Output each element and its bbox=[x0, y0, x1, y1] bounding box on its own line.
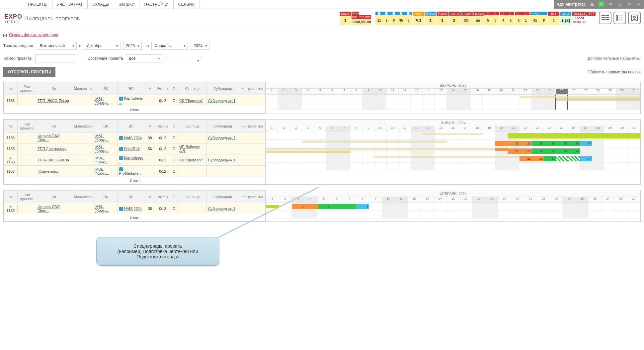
col-header: № bbox=[4, 191, 18, 203]
col-header: Менеджер bbox=[72, 120, 94, 132]
col-header: Менеджер bbox=[72, 82, 94, 95]
status-tiles: Задачи1 Метрики RR10,00 RR20,00 RR30,00 … bbox=[340, 12, 641, 25]
col-header: № bbox=[4, 120, 18, 132]
col-header: Юр лицо bbox=[178, 191, 206, 203]
col-header: Этапы bbox=[155, 82, 170, 95]
table-row[interactable]: 1136Филиал ОАО "Зем...МВЦ "Кроку...iNAIS… bbox=[4, 132, 266, 143]
logo-bot: OFFICE bbox=[3, 20, 23, 24]
month-to-select[interactable]: Февраль bbox=[151, 42, 188, 50]
gantt-row: 21222324252627 bbox=[266, 140, 640, 147]
menu-projects[interactable]: ПРОЕКТЫ bbox=[23, 0, 52, 9]
layout-icon[interactable]: ▦ bbox=[589, 1, 595, 7]
callout: Спецпериоды проекта (например, Подготовк… bbox=[96, 237, 219, 266]
filter-submit-button[interactable]: ОТОБРАТЬ ПРОЕКТЫ bbox=[3, 67, 55, 77]
year-to-select[interactable]: 2024 bbox=[191, 42, 209, 50]
chat-icon[interactable]: 64 bbox=[598, 1, 604, 7]
view-grid-icon[interactable] bbox=[599, 12, 611, 24]
menu-stock[interactable]: СКЛАДЫ bbox=[88, 0, 114, 9]
tile-author[interactable]: Автор✎1 bbox=[413, 12, 424, 25]
mail-icon[interactable]: ✉ bbox=[607, 1, 613, 7]
view-person-icon[interactable] bbox=[628, 12, 641, 24]
tile-metrics[interactable]: Метрики RR10,00 RR20,00 RR30,00 bbox=[352, 12, 375, 25]
date-badge: 107 bbox=[587, 12, 596, 16]
gantt-row bbox=[266, 132, 640, 140]
tile-date[interactable]: 25.12.23 15:24 Всего: 11 bbox=[572, 12, 587, 25]
gantt-row: 358 bbox=[266, 203, 640, 211]
page-title: Календарь проектов bbox=[25, 15, 80, 22]
tile-stock[interactable]: Склад: MIN41 9 bbox=[530, 12, 547, 25]
exit-icon[interactable]: ⎋ bbox=[635, 1, 641, 7]
svg-rect-3 bbox=[606, 15, 608, 16]
state-select[interactable]: Все bbox=[126, 54, 162, 62]
year-from-select[interactable]: 2023 bbox=[123, 42, 142, 50]
tile-exs[interactable]: ExS1 bbox=[548, 12, 559, 25]
col-header: ВС bbox=[118, 191, 145, 203]
table-row[interactable]: + 1138ТПП- ЭКСО-ПензаМВЦ "Кроку...iКарто… bbox=[4, 154, 266, 166]
menu-requests[interactable]: ЗАЯВКИ bbox=[114, 0, 140, 9]
menu-service[interactable]: СЕРВИС bbox=[174, 0, 200, 9]
svg-point-10 bbox=[617, 20, 618, 21]
svg-rect-0 bbox=[602, 15, 604, 16]
extra-params-link[interactable]: Дополнительные параметры bbox=[588, 56, 641, 61]
tile-review[interactable]: Ревью1 bbox=[437, 12, 448, 25]
tile-projects[interactable]: Проекты☰ bbox=[472, 12, 484, 25]
tile-requests3[interactable]: 🛒6 🛒1 bbox=[515, 12, 529, 25]
col-header: М bbox=[145, 82, 155, 95]
menu-costs[interactable]: УЧЁТ ЗАТРАТ bbox=[52, 0, 88, 9]
gear-icon[interactable]: ⚙ bbox=[626, 1, 632, 7]
col-header: ВК bbox=[94, 191, 118, 203]
col-header: М bbox=[145, 191, 155, 203]
col-header: С bbox=[170, 120, 178, 132]
table-row[interactable]: 1137ЮзаметриксМВЦ "Кроку...iProMediaTe..… bbox=[4, 166, 266, 177]
collapse-caret-icon[interactable]: ▲ bbox=[3, 34, 7, 37]
tile-requests[interactable]: 🛒5 🛒0 bbox=[484, 12, 499, 25]
gantt-row bbox=[266, 95, 640, 102]
tile-author2[interactable]: ☑Автор1 bbox=[425, 12, 436, 25]
tile-rates[interactable]: Ставки20 bbox=[460, 12, 472, 25]
svg-line-14 bbox=[212, 187, 319, 240]
svg-point-13 bbox=[633, 16, 635, 18]
admin-block: Администратор ▦ 64 ✉ ⚇ ⚙ ⎋ bbox=[554, 0, 644, 9]
filter-type-label: Типа календаря: bbox=[3, 44, 34, 48]
from-label: с bbox=[79, 44, 81, 48]
col-header: М bbox=[145, 120, 155, 132]
col-header: Кл bbox=[36, 120, 72, 132]
gantt-row bbox=[266, 211, 640, 218]
col-header: Тип проекта bbox=[17, 120, 36, 132]
svg-point-6 bbox=[617, 16, 618, 17]
table-row[interactable]: 1138ТПП- ЭКСО-ПензаМВЦ "Кроку...iКартофе… bbox=[4, 95, 266, 106]
users-icon[interactable]: ⚇ bbox=[617, 1, 623, 7]
reset-link[interactable]: Сбросить параметры поиска bbox=[588, 70, 641, 74]
col-header: № bbox=[4, 82, 18, 95]
project-num-input[interactable] bbox=[35, 54, 75, 62]
col-header: Юр лицо bbox=[178, 82, 206, 95]
logo-top: EXPO bbox=[3, 13, 23, 20]
col-header: Контрагенты bbox=[239, 120, 266, 132]
tile-visas[interactable]: 📄11 📄9 📄8 📄35 📄3 bbox=[375, 12, 412, 25]
col-header: ВК bbox=[94, 82, 118, 95]
col-header: Контрагенты bbox=[239, 82, 266, 95]
table-row[interactable]: 1135ТПП ДзержинскаМВЦ "Кроку...iDairyTec… bbox=[4, 143, 266, 154]
tile-gdoc[interactable]: GDoc1 (3) bbox=[560, 12, 571, 25]
main-menu: ПРОЕКТЫ УЧЁТ ЗАТРАТ СКЛАДЫ ЗАЯВКИ НАСТРО… bbox=[23, 0, 200, 9]
extra-select[interactable] bbox=[165, 57, 201, 60]
col-header: С bbox=[170, 191, 178, 203]
view-list-icon[interactable] bbox=[613, 12, 626, 24]
svg-rect-1 bbox=[602, 17, 604, 18]
col-header: ВК bbox=[94, 120, 118, 132]
filter-type-select[interactable]: Выставочный bbox=[37, 42, 77, 50]
collapse-filter-link[interactable]: Скрыть фильтр календаря bbox=[9, 33, 58, 37]
col-header: Юр лицо bbox=[178, 120, 206, 132]
tile-tasks[interactable]: Задачи1 bbox=[340, 12, 351, 25]
menu-settings[interactable]: НАСТРОЙКИ bbox=[139, 0, 173, 9]
col-header: Субподряд bbox=[206, 82, 239, 95]
col-header: С bbox=[170, 82, 178, 95]
tile-requests2[interactable]: 🛒4 🛒5 bbox=[500, 12, 514, 25]
month-jan-label: ЯНВАРЬ, 2024 bbox=[266, 120, 640, 126]
col-header: Кл bbox=[36, 82, 72, 95]
month-from-select[interactable]: Декабрь bbox=[84, 42, 121, 50]
tile-estimates[interactable]: Сметы2 bbox=[448, 12, 460, 25]
col-header: ВС bbox=[118, 82, 145, 95]
admin-label: Администратор bbox=[557, 2, 586, 7]
col-header: Кл bbox=[36, 191, 72, 203]
